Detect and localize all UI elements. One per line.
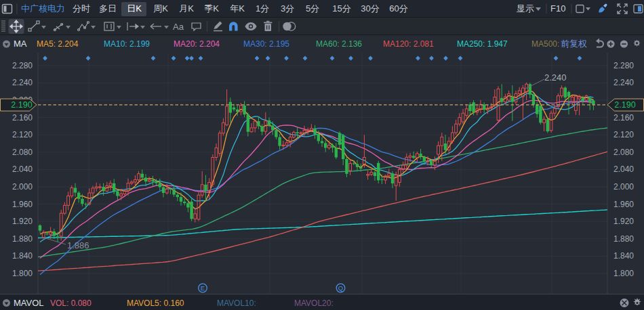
svg-text:2.190: 2.190	[614, 100, 635, 110]
svg-text:Q: Q	[338, 284, 343, 292]
svg-text:E: E	[201, 284, 205, 292]
svg-text:2.190: 2.190	[11, 100, 32, 110]
